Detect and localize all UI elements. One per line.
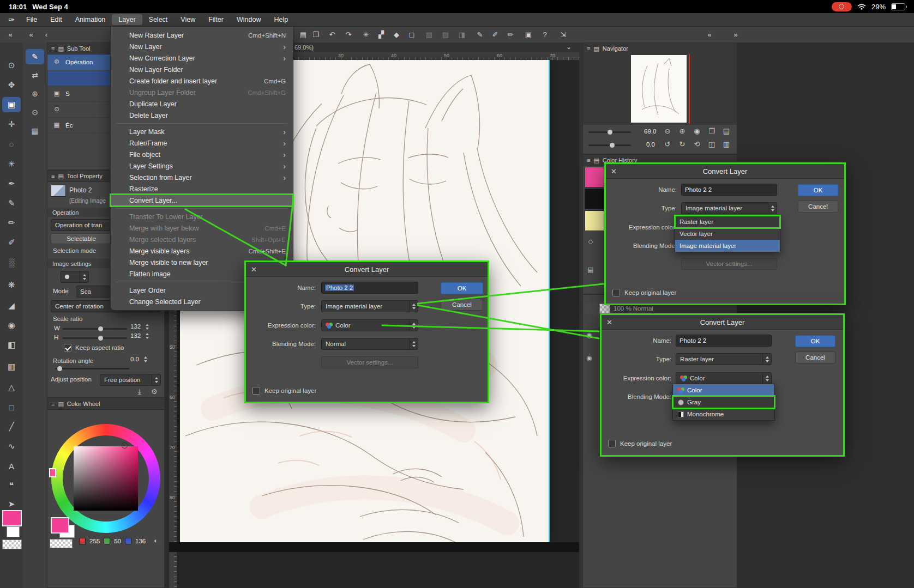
layer-menu-item-merge-selected-layers[interactable]: Merge selected layersShift+Opt+E — [111, 234, 293, 245]
layer-menu-item-ungroup-layer-folder[interactable]: Ungroup Layer FolderCmd+Shift+G — [111, 87, 293, 98]
option-monochrome[interactable]: Monochrome — [673, 408, 774, 420]
h-slider[interactable] — [63, 337, 127, 339]
keep-original-row[interactable]: Keep original layer — [252, 387, 316, 395]
dialog-titlebar[interactable]: ✕ Convert Layer — [606, 164, 844, 179]
collapse-subtool-icon[interactable]: ‹ — [40, 30, 52, 39]
menubar-item-file[interactable]: File — [20, 14, 44, 25]
keep-aspect-row[interactable]: Keep aspect ratio — [64, 344, 124, 351]
keep-original-checkbox[interactable] — [252, 387, 260, 395]
navigator-view-frame[interactable] — [689, 54, 690, 124]
layer-menu-item-merge-with-layer-below[interactable]: Merge with layer belowCmd+E — [111, 222, 293, 234]
option-vector-layer[interactable]: Vector layer — [675, 228, 780, 240]
eye-icon[interactable]: ◉ — [586, 332, 592, 338]
layer-menu-item-rasterize[interactable]: Rasterize — [111, 183, 293, 195]
menubar-item-help[interactable]: Help — [267, 14, 294, 25]
ok-button[interactable]: OK — [795, 335, 835, 347]
fill-tool-icon[interactable]: ◧ — [2, 337, 21, 353]
menubar-item-select[interactable]: Select — [142, 14, 175, 25]
keep-original-checkbox[interactable] — [608, 440, 616, 447]
snap-special-ruler-icon[interactable]: ✐ — [489, 30, 501, 39]
spinner-icon[interactable] — [768, 203, 777, 214]
text-tool-icon[interactable]: A — [2, 458, 21, 474]
brush-tool-icon[interactable]: ✐ — [2, 235, 21, 250]
decoration-tool-icon[interactable]: ❋ — [2, 277, 21, 293]
panel-layout-icon[interactable]: ▤ — [297, 30, 309, 39]
navigator-preview[interactable] — [631, 55, 687, 123]
operation-flow-icon[interactable]: ➤ — [2, 496, 21, 512]
pencil-tool-icon[interactable]: ✏ — [2, 215, 21, 231]
sub-color-swatch[interactable] — [7, 526, 20, 537]
panel-transparent-swatch[interactable] — [50, 539, 73, 548]
selection-tool-icon[interactable]: ◌ — [2, 136, 21, 151]
ok-button[interactable]: OK — [441, 282, 483, 294]
spinner-icon[interactable] — [762, 373, 771, 384]
image-material-boundary[interactable] — [549, 60, 550, 542]
blending-mode-dropdown[interactable]: Normal — [321, 338, 418, 350]
vector-settings-button[interactable]: Vector settings... — [321, 356, 418, 368]
grid-icon[interactable]: ▦ — [26, 123, 44, 138]
invert-selection-icon[interactable]: ▧ — [423, 30, 435, 39]
layer-menu-item-new-layer-folder[interactable]: New Layer Folder — [111, 64, 293, 75]
ok-button[interactable]: OK — [798, 184, 838, 196]
dock-left-icon[interactable]: « — [703, 30, 715, 39]
slider-handle[interactable] — [98, 326, 103, 331]
layer-menu-item-convert-layer[interactable]: Convert Layer... — [111, 195, 293, 206]
object-tool-icon[interactable]: ▣ — [2, 97, 21, 112]
name-input[interactable]: Photo 2 2 — [321, 282, 418, 294]
collapse-left-icon[interactable]: « — [4, 30, 16, 39]
type-dropdown[interactable]: Image material layer — [681, 202, 777, 214]
color-history-swatch[interactable] — [585, 210, 604, 231]
name-input[interactable]: Photo 2 2 — [681, 184, 777, 196]
correct-line-tool-icon[interactable]: ∿ — [2, 439, 21, 454]
option-raster-layer[interactable]: Raster layer — [675, 216, 780, 228]
panel-main-color-swatch[interactable] — [51, 517, 69, 534]
slider-handle[interactable] — [98, 336, 103, 341]
w-stepper[interactable]: 132 — [130, 323, 151, 330]
hue-cursor[interactable] — [49, 468, 56, 477]
dialog-titlebar[interactable]: ✕ Convert Layer — [602, 315, 843, 330]
layer-menu-item-transfer-to-lower-layer[interactable]: Transfer To Lower Layer — [111, 211, 293, 222]
spinner-icon[interactable] — [409, 320, 418, 331]
balloon-tool-icon[interactable]: ❝ — [2, 478, 21, 493]
rotate-right-icon[interactable]: ↻ — [677, 140, 688, 148]
layer-menu-item-layer-mask[interactable]: Layer Mask› — [111, 126, 293, 137]
rotate-slider[interactable] — [588, 144, 631, 146]
snap-ruler-icon[interactable]: ✎ — [474, 30, 486, 39]
navigator-header[interactable]: ≡ ▤ Navigator — [583, 43, 737, 54]
cancel-button[interactable]: Cancel — [798, 201, 838, 213]
keep-aspect-checkbox[interactable] — [64, 344, 71, 351]
layer-menu-item-duplicate-layer[interactable]: Duplicate Layer — [111, 98, 293, 110]
transparent-color-swatch[interactable] — [2, 539, 22, 549]
layer-menu-item-delete-layer[interactable]: Delete Layer — [111, 110, 293, 121]
menubar-item-view[interactable]: View — [174, 14, 202, 25]
panel-menu-icon[interactable]: ≡ — [51, 401, 55, 407]
gradient-tool-icon[interactable]: ▥ — [2, 359, 21, 374]
rotation-stepper[interactable]: 0.0 — [130, 356, 149, 362]
frame-border-tool-icon[interactable]: □ — [2, 399, 21, 415]
flip-vertical-icon[interactable]: ▥ — [721, 140, 732, 148]
slider-handle[interactable] — [610, 143, 615, 148]
layer-menu-item-layer-settings[interactable]: Layer Settings› — [111, 160, 293, 172]
spinner-icon[interactable] — [143, 332, 151, 339]
slider-handle[interactable] — [608, 130, 612, 135]
spinner-icon[interactable] — [143, 323, 151, 330]
menubar-item-filter[interactable]: Filter — [202, 14, 230, 25]
clipboard-icon[interactable]: ❐ — [310, 30, 322, 39]
menubar-item-layer[interactable]: Layer — [112, 14, 142, 25]
screen-recording-indicator[interactable] — [832, 2, 852, 11]
vector-settings-button[interactable]: Vector settings... — [681, 258, 777, 270]
spinner-icon[interactable] — [409, 338, 418, 349]
dialog-titlebar[interactable]: ✕ Convert Layer — [246, 262, 488, 277]
spinner-icon[interactable] — [80, 271, 88, 282]
panel-menu-icon[interactable]: ≡ — [587, 157, 590, 163]
panel-menu-icon[interactable]: ≡ — [587, 46, 590, 52]
ruler-tool-icon[interactable]: ╱ — [2, 419, 21, 434]
menubar-item-edit[interactable]: Edit — [44, 14, 69, 25]
zoom-100-icon[interactable]: ◉ — [691, 127, 702, 135]
main-color-swatch[interactable] — [2, 510, 22, 526]
keep-original-row[interactable]: Keep original layer — [608, 440, 672, 447]
w-slider[interactable] — [63, 328, 127, 330]
cancel-button[interactable]: Cancel — [441, 299, 483, 311]
loupe-icon[interactable]: ⊙ — [26, 105, 44, 120]
redo-icon[interactable]: ↷ — [342, 30, 354, 39]
